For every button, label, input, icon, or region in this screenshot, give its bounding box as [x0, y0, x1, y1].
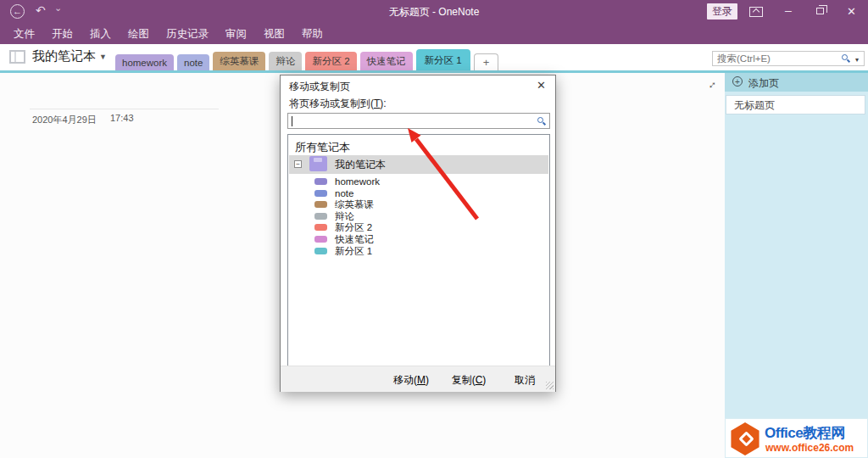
dialog-close-icon[interactable]: ✕ — [537, 79, 546, 92]
move-label-post: ) — [426, 374, 429, 386]
move-button[interactable]: 移动(M) — [387, 372, 436, 390]
tree-section-row[interactable]: 快速笔记 — [289, 233, 548, 245]
dialog-footer: 移动(M) 复制(C) 取消 — [281, 366, 555, 392]
menu-item[interactable]: 绘图 — [120, 24, 158, 44]
tree-section-row[interactable]: 辩论 — [289, 210, 548, 222]
tree-notebook-label: 我的笔记本 — [335, 158, 386, 172]
section-label: note — [335, 187, 353, 199]
destination-search-input[interactable] — [287, 113, 550, 129]
section-icon — [314, 213, 327, 220]
tree-section-row[interactable]: 新分区 1 — [289, 245, 548, 257]
add-page-plus-icon: + — [732, 76, 743, 87]
menu-item[interactable]: 审阅 — [217, 24, 255, 44]
onenote-window: ← ↶ ⌄ 无标题页 - OneNote 登录 – ✕ 文件开始插入绘图历史记录… — [0, 0, 868, 458]
tree-section-row[interactable]: 综英慕课 — [289, 198, 548, 210]
section-tab[interactable]: note — [177, 54, 209, 70]
tree-section-row[interactable]: 新分区 2 — [289, 221, 548, 233]
notebook-dropdown-icon[interactable]: ▼ — [99, 53, 107, 61]
move-label-key: M — [417, 374, 426, 386]
copy-button[interactable]: 复制(C) — [444, 372, 493, 390]
section-tab[interactable]: 新分区 1 — [416, 49, 470, 70]
dialog-label-pre: 将页移动或复制到( — [289, 98, 374, 109]
dialog-search-icon — [537, 117, 543, 123]
watermark-url: www.office26.com — [765, 442, 854, 454]
page-list-sidebar: + 添加页 无标题页 — [725, 73, 868, 458]
section-tab[interactable]: 快速笔记 — [360, 52, 413, 70]
search-box[interactable]: ▾ — [712, 51, 865, 66]
notebook-name[interactable]: 我的笔记本 — [32, 48, 96, 64]
tree-notebook-row[interactable]: − 我的笔记本 — [289, 155, 548, 174]
watermark-title: Office教程网 — [765, 423, 845, 443]
window-title: 无标题页 - OneNote — [0, 5, 868, 20]
page-title-rule — [30, 109, 219, 109]
section-tab[interactable]: homework — [115, 54, 174, 70]
page-time: 17:43 — [110, 113, 134, 123]
section-icon — [314, 248, 327, 254]
cancel-button[interactable]: 取消 — [502, 372, 548, 390]
move-label-pre: 移动( — [393, 374, 417, 386]
menu-item[interactable]: 文件 — [5, 24, 43, 44]
restore-icon[interactable] — [816, 8, 824, 14]
copy-label-post: ) — [482, 374, 486, 386]
dialog-label-post: ): — [380, 98, 386, 109]
page-list-item[interactable]: 无标题页 — [726, 95, 865, 114]
section-tab-strip: homeworknote综英慕课辩论新分区 2快速笔记新分区 1+ — [115, 49, 498, 70]
add-page-button[interactable]: + 添加页 — [725, 73, 868, 92]
resize-grip[interactable] — [546, 382, 554, 389]
section-label: 辩论 — [335, 210, 354, 222]
page-date: 2020年4月29日 — [32, 114, 97, 126]
dialog-title: 移动或复制页 — [289, 80, 350, 94]
tree-header: 所有笔记本 — [295, 140, 350, 155]
notebook-bar: 我的笔记本 ▼ homeworknote综英慕课辩论新分区 2快速笔记新分区 1… — [0, 44, 868, 70]
section-label: 综英慕课 — [335, 198, 374, 210]
notebook-tree[interactable]: 所有笔记本 − 我的笔记本 homeworknote综英慕课辩论新分区 2快速笔… — [287, 134, 550, 366]
section-tab[interactable]: 辩论 — [269, 52, 302, 70]
menu-item[interactable]: 开始 — [43, 24, 81, 44]
section-label: homework — [335, 176, 380, 187]
section-label: 快速笔记 — [335, 233, 374, 245]
tree-section-row[interactable]: note — [289, 187, 548, 199]
menu-item[interactable]: 视图 — [255, 24, 293, 44]
ribbon-display-options-icon[interactable] — [749, 7, 763, 17]
menu-item[interactable]: 历史记录 — [158, 24, 217, 44]
minimize-icon[interactable]: – — [785, 3, 792, 17]
dialog-label: 将页移动或复制到(T): — [289, 97, 387, 111]
notebook-icon — [9, 50, 25, 64]
section-icon — [314, 236, 327, 243]
section-tab[interactable]: 新分区 2 — [305, 52, 356, 70]
section-icon — [314, 178, 327, 185]
search-input[interactable] — [717, 53, 827, 64]
menu-bar: 文件开始插入绘图历史记录审阅视图帮助 — [0, 24, 868, 44]
tree-section-row[interactable]: homework — [289, 176, 548, 187]
sign-in-button[interactable]: 登录 — [707, 3, 737, 20]
search-dropdown-icon[interactable]: ▾ — [855, 56, 859, 64]
text-caret — [292, 116, 292, 126]
new-section-tab[interactable]: + — [474, 53, 499, 70]
close-icon[interactable]: ✕ — [847, 5, 856, 18]
title-bar: ← ↶ ⌄ 无标题页 - OneNote 登录 – ✕ — [0, 0, 868, 24]
menu-item[interactable]: 帮助 — [293, 24, 331, 44]
tree-notebook-icon — [309, 156, 327, 171]
move-copy-dialog: 移动或复制页 ✕ 将页移动或复制到(T): 所有笔记本 − 我的笔记本 home… — [280, 75, 556, 392]
search-icon[interactable] — [842, 54, 848, 60]
office-logo-icon — [730, 422, 760, 455]
copy-label-pre: 复制( — [452, 374, 476, 386]
section-icon — [314, 190, 327, 197]
section-label: 新分区 1 — [335, 245, 372, 257]
collapse-icon[interactable]: − — [294, 160, 302, 168]
section-icon — [314, 224, 327, 231]
watermark-logo: Office教程网 www.office26.com — [725, 418, 868, 458]
section-label: 新分区 2 — [335, 221, 372, 233]
menu-item[interactable]: 插入 — [81, 24, 120, 44]
section-tab[interactable]: 综英慕课 — [213, 52, 265, 70]
expand-icon[interactable]: ↔ — [702, 75, 721, 94]
section-icon — [314, 201, 327, 208]
add-page-label: 添加页 — [748, 76, 779, 91]
